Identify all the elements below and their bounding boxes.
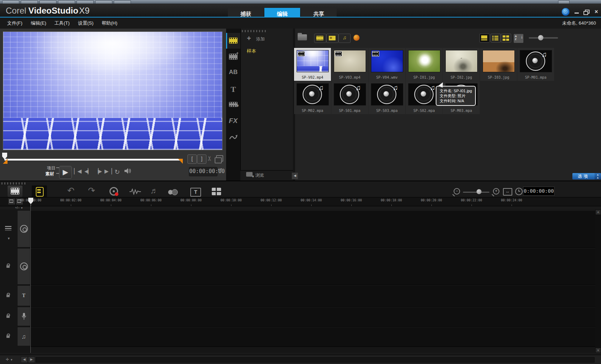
sort-button[interactable]: AZ bbox=[514, 34, 523, 43]
menu-edit[interactable]: 编辑(E) bbox=[27, 18, 50, 29]
timecode-spinner[interactable]: ▲▼ bbox=[218, 167, 222, 176]
track-lock-icon[interactable] bbox=[6, 265, 10, 268]
view-thumbnail-button[interactable] bbox=[479, 34, 490, 43]
nav-title-button[interactable]: T bbox=[226, 81, 240, 97]
record-capture-icon[interactable] bbox=[109, 187, 118, 196]
nav-graphic-button[interactable]: ✱ bbox=[226, 97, 240, 113]
overlay-track-row[interactable] bbox=[0, 248, 601, 285]
timeline-ruler[interactable]: 00:00:00:00 00:00:02:00 00:00:04:00 00:0… bbox=[0, 197, 601, 206]
mode-clip-label[interactable]: 素材 bbox=[45, 171, 54, 177]
media-item[interactable]: SP-V02.mp4 bbox=[294, 48, 331, 81]
track-transition-button[interactable] bbox=[168, 189, 179, 195]
music-track-row[interactable]: ♫ bbox=[0, 327, 601, 346]
view-grid-button[interactable] bbox=[501, 34, 511, 43]
nav-filter-button[interactable]: FX bbox=[226, 113, 240, 129]
video-track-row[interactable] bbox=[0, 210, 601, 247]
repeat-button[interactable]: ↻ bbox=[114, 168, 120, 176]
timeline-zoom-slider[interactable] bbox=[463, 192, 489, 193]
vertical-scrollbar[interactable]: ∧ ∨ bbox=[595, 210, 601, 353]
play-button[interactable]: ▶ bbox=[59, 166, 72, 179]
menu-help[interactable]: 帮助(H) bbox=[98, 18, 121, 29]
restore-button[interactable] bbox=[583, 9, 590, 14]
options-collapse-icon[interactable]: ∧∧ bbox=[595, 173, 601, 179]
spinner-down-icon[interactable]: ▼ bbox=[220, 168, 223, 170]
media-item[interactable]: SP-I01.jpg bbox=[406, 48, 443, 81]
globe-icon[interactable] bbox=[562, 8, 570, 16]
trim-end-handle[interactable] bbox=[178, 159, 183, 164]
fit-project-icon[interactable]: ↔ bbox=[503, 188, 512, 196]
media-item[interactable]: ♫ SP-M02.mpa bbox=[294, 81, 331, 114]
panel-drag-handle[interactable] bbox=[242, 30, 267, 32]
voice-track-header[interactable] bbox=[17, 307, 30, 326]
track-lock-icon[interactable] bbox=[6, 295, 10, 297]
options-button[interactable]: 选项 bbox=[572, 173, 595, 179]
next-frame-button[interactable]: ▕▶ bbox=[94, 168, 101, 174]
filter-photo-button[interactable] bbox=[326, 34, 338, 43]
media-item[interactable]: ♫ SP-S01.mpa bbox=[331, 81, 368, 114]
previous-frame-button[interactable]: ◀▏ bbox=[84, 168, 91, 174]
scroll-down-icon[interactable]: ∨ bbox=[595, 348, 601, 353]
thumbnail-size-knob[interactable] bbox=[538, 35, 543, 40]
undo-button[interactable]: ↶ bbox=[67, 186, 74, 196]
music-track-header[interactable]: ♫ bbox=[17, 327, 30, 346]
music-track-content[interactable] bbox=[30, 327, 595, 347]
mark-in-button[interactable]: [ bbox=[187, 154, 197, 164]
mark-out-button[interactable]: ] bbox=[197, 154, 206, 164]
subtitle-editor-button[interactable]: T bbox=[190, 188, 201, 197]
overlay-track-header[interactable] bbox=[17, 248, 30, 285]
title-track-row[interactable]: T bbox=[0, 285, 601, 306]
voice-track-row[interactable] bbox=[0, 307, 601, 326]
media-item[interactable]: SP-I02.jpg bbox=[443, 48, 480, 81]
open-folder-icon[interactable] bbox=[298, 34, 307, 40]
redo-button[interactable]: ↷ bbox=[88, 186, 95, 196]
spinner-up-icon[interactable]: ▲ bbox=[218, 168, 220, 170]
add-folder-button[interactable]: 添加 bbox=[256, 36, 265, 42]
title-track-content[interactable] bbox=[30, 285, 595, 307]
scroll-left-icon[interactable]: ◀ bbox=[21, 356, 28, 363]
add-track-icon[interactable]: ✛ ▼ bbox=[6, 357, 13, 362]
split-clip-icon[interactable] bbox=[216, 155, 223, 162]
filter-audio-button[interactable]: ♫ bbox=[338, 34, 351, 43]
trim-start-handle[interactable] bbox=[3, 159, 8, 164]
storyboard-view-button[interactable] bbox=[7, 185, 23, 197]
nav-media-button[interactable] bbox=[226, 33, 240, 49]
thumbnail-size-slider[interactable] bbox=[529, 37, 558, 39]
filter-video-button[interactable] bbox=[314, 34, 326, 43]
preview-timecode[interactable]: 00:00:00:00 bbox=[189, 167, 218, 176]
volume-icon[interactable] bbox=[124, 168, 132, 175]
scroll-up-icon[interactable]: ∧ bbox=[595, 210, 601, 215]
track-lock-icon[interactable] bbox=[6, 335, 10, 338]
media-item[interactable]: ♫ SP-M01.mpa bbox=[517, 48, 554, 81]
scrub-bar[interactable] bbox=[4, 159, 182, 161]
horizontal-scrollbar[interactable] bbox=[36, 357, 595, 363]
close-button[interactable]: × bbox=[593, 9, 600, 14]
cut-icon[interactable]: ✂ bbox=[206, 156, 214, 161]
media-item[interactable]: SP-V04.wmv bbox=[368, 48, 405, 81]
add-remove-track-control[interactable]: +/− ▼ bbox=[15, 206, 23, 210]
nav-motion-path-button[interactable] bbox=[226, 129, 240, 145]
nav-instant-project-button[interactable]: ✦ bbox=[226, 49, 240, 65]
split-screen-template-button[interactable] bbox=[212, 188, 221, 195]
voice-track-content[interactable] bbox=[30, 307, 595, 327]
overlay-track-content[interactable] bbox=[30, 248, 595, 285]
scroll-right-icon[interactable]: ▶ bbox=[28, 356, 35, 363]
timeline-view-button[interactable] bbox=[31, 185, 47, 197]
zoom-out-icon[interactable]: − bbox=[454, 188, 460, 195]
timeline-zoom-knob[interactable] bbox=[477, 189, 482, 194]
video-track-content[interactable] bbox=[30, 210, 595, 248]
duration-clock-icon[interactable] bbox=[515, 188, 523, 195]
nav-transition-button[interactable]: AB bbox=[226, 65, 240, 81]
minimize-button[interactable] bbox=[574, 9, 580, 14]
filter-360-button[interactable] bbox=[351, 34, 363, 42]
auto-music-button[interactable]: ♬ bbox=[150, 186, 158, 196]
track-collapse-icon[interactable]: ▼ bbox=[7, 237, 10, 240]
view-list-button[interactable] bbox=[490, 34, 501, 43]
media-item[interactable]: ♫ SP-S03.mpa bbox=[368, 81, 405, 114]
browse-button[interactable]: 浏览 bbox=[255, 172, 264, 178]
scroll-left-button[interactable]: ◀ bbox=[292, 172, 298, 179]
menu-file[interactable]: 文件(F) bbox=[4, 18, 26, 29]
track-manager-icon[interactable] bbox=[5, 226, 11, 231]
menu-settings[interactable]: 设置(S) bbox=[74, 18, 97, 29]
zoom-in-icon[interactable]: + bbox=[493, 188, 499, 195]
sound-mixer-button[interactable] bbox=[130, 188, 141, 196]
